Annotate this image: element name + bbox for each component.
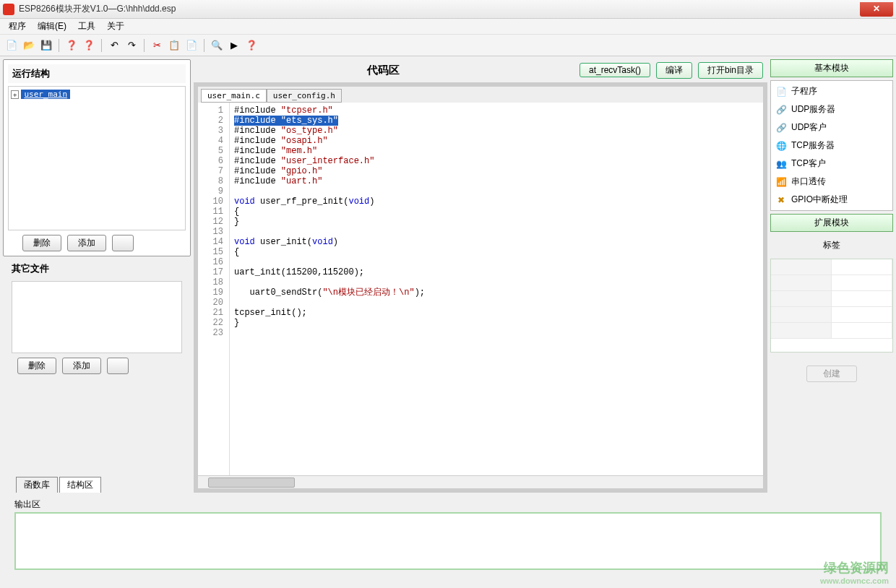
close-button[interactable]: ✕ xyxy=(860,2,893,17)
basic-modules-list: 📄子程序🔗UDP服务器🔗UDP客户🌐TCP服务器👥TCP客户📶串口透传✖GPIO… xyxy=(770,80,893,211)
tab-structure[interactable]: 结构区 xyxy=(59,477,101,493)
find-icon[interactable]: 🔍 xyxy=(210,38,224,53)
at-recvtask-button[interactable]: at_recvTask() xyxy=(580,63,650,77)
output-area: 输出区 xyxy=(0,496,896,573)
module-icon: 📶 xyxy=(775,176,787,188)
run-icon[interactable]: ▶ xyxy=(227,38,241,53)
tree-item-user-main[interactable]: user_main xyxy=(21,90,70,99)
tab-function-lib[interactable]: 函数库 xyxy=(16,477,58,493)
basic-modules-header: 基本模块 xyxy=(770,59,893,77)
module-label: UDP客户 xyxy=(791,121,827,134)
open-bin-button[interactable]: 打开bin目录 xyxy=(698,62,763,79)
other-files-panel: 其它文件 删除 添加 xyxy=(3,259,191,374)
delete-button[interactable]: 删除 xyxy=(22,235,61,251)
tab-user-main[interactable]: user_main.c xyxy=(201,89,267,103)
module-item[interactable]: ✖GPIO中断处理 xyxy=(772,191,891,209)
module-icon: 🌐 xyxy=(775,140,787,152)
window-title: ESP8266模块开发V1.0—G:\hhh\ddd.esp xyxy=(19,3,860,15)
menu-bar: 程序 编辑(E) 工具 关于 xyxy=(0,19,896,35)
left-tabs: 函数库 结构区 xyxy=(3,477,191,493)
other-files-box[interactable] xyxy=(12,281,182,353)
menu-about[interactable]: 关于 xyxy=(103,19,129,34)
label-grid[interactable] xyxy=(770,259,893,353)
code-frame: user_main.c user_config.h 12345678910111… xyxy=(194,82,767,493)
toolbar: 📄 📂 💾 ❓ ❓ ↶ ↷ ✂ 📋 📄 🔍 ▶ ❓ xyxy=(0,35,896,56)
save-file-icon[interactable]: 💾 xyxy=(39,38,53,53)
module-icon: 🔗 xyxy=(775,122,787,134)
run-structure-panel: 运行结构 +user_main 删除 添加 xyxy=(3,59,191,256)
extra-button[interactable] xyxy=(112,235,134,251)
separator xyxy=(101,39,102,52)
separator xyxy=(144,39,145,52)
module-label: 子程序 xyxy=(791,85,817,98)
module-item[interactable]: 🔗UDP客户 xyxy=(772,118,891,137)
create-button[interactable]: 创建 xyxy=(806,366,857,382)
extra-other-button[interactable] xyxy=(107,358,129,374)
output-label: 输出区 xyxy=(14,497,882,512)
menu-edit[interactable]: 编辑(E) xyxy=(33,19,71,34)
module-item[interactable]: 🔗UDP服务器 xyxy=(772,100,891,118)
other-files-title: 其它文件 xyxy=(3,259,191,278)
module-icon: 🔗 xyxy=(775,104,787,116)
structure-tree[interactable]: +user_main xyxy=(8,86,186,230)
module-item[interactable]: 📄子程序 xyxy=(772,82,891,100)
code-editor[interactable]: 1234567891011121314151617181920212223 #i… xyxy=(198,103,763,475)
separator xyxy=(59,39,59,52)
module-item[interactable]: 🌐TCP服务器 xyxy=(772,137,891,155)
module-icon: ✖ xyxy=(775,194,787,206)
menu-program[interactable]: 程序 xyxy=(4,19,30,34)
help2-icon[interactable]: ❓ xyxy=(82,38,96,53)
code-area-title: 代码区 xyxy=(194,64,574,77)
paste-icon[interactable]: 📄 xyxy=(184,38,199,53)
help-icon[interactable]: ❓ xyxy=(64,38,79,53)
module-item[interactable]: 📶串口透传 xyxy=(772,173,891,191)
expand-icon[interactable]: + xyxy=(11,90,19,99)
output-box[interactable] xyxy=(14,512,882,570)
label-header: 标签 xyxy=(770,235,893,256)
watermark-url: www.downcc.com xyxy=(820,576,889,585)
ext-modules-header: 扩展模块 xyxy=(770,214,893,232)
copy-icon[interactable]: 📋 xyxy=(167,38,181,53)
tab-user-config[interactable]: user_config.h xyxy=(267,89,342,103)
run-structure-title: 运行结构 xyxy=(8,64,186,83)
module-icon: 📄 xyxy=(775,86,787,98)
module-label: 串口透传 xyxy=(791,176,826,188)
editor-tabs: user_main.c user_config.h xyxy=(198,87,763,103)
delete-other-button[interactable]: 删除 xyxy=(17,358,56,374)
module-item[interactable]: 👥TCP客户 xyxy=(772,155,891,173)
compile-button[interactable]: 编译 xyxy=(656,62,692,79)
cut-icon[interactable]: ✂ xyxy=(150,38,164,53)
title-bar: ESP8266模块开发V1.0—G:\hhh\ddd.esp ✕ xyxy=(0,0,896,19)
horizontal-scrollbar[interactable] xyxy=(198,475,763,488)
help3-icon[interactable]: ❓ xyxy=(244,38,259,53)
add-button[interactable]: 添加 xyxy=(67,235,106,251)
open-file-icon[interactable]: 📂 xyxy=(22,38,36,53)
line-gutter: 1234567891011121314151617181920212223 xyxy=(198,103,230,475)
module-icon: 👥 xyxy=(775,158,787,170)
module-label: GPIO中断处理 xyxy=(791,194,848,206)
undo-icon[interactable]: ↶ xyxy=(107,38,121,53)
code-content[interactable]: #include "tcpser.h"#include "ets_sys.h"#… xyxy=(230,103,763,475)
add-other-button[interactable]: 添加 xyxy=(62,358,101,374)
scroll-thumb[interactable] xyxy=(208,477,295,488)
module-label: TCP服务器 xyxy=(791,139,835,152)
module-label: UDP服务器 xyxy=(791,103,835,116)
app-icon xyxy=(3,4,14,15)
new-file-icon[interactable]: 📄 xyxy=(4,38,19,53)
redo-icon[interactable]: ↷ xyxy=(124,38,139,53)
menu-tool[interactable]: 工具 xyxy=(74,19,100,34)
separator xyxy=(204,39,204,52)
module-label: TCP客户 xyxy=(791,157,826,170)
